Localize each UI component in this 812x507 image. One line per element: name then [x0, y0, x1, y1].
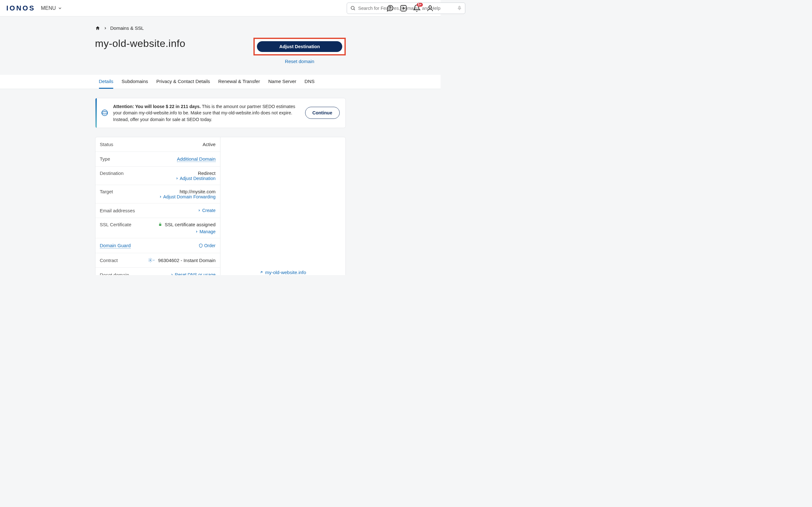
- tabs-bar: Details Subdomains Privacy & Contact Det…: [0, 75, 441, 89]
- notice-text: Attention: You will loose $ 22 in 211 da…: [113, 103, 300, 123]
- highlight-annotation: Adjust Destination: [253, 38, 345, 55]
- label-type: Type: [100, 156, 110, 162]
- notification-badge: 5+: [417, 3, 423, 7]
- row-reset: Reset domain Reset DNS or usage: [96, 268, 220, 275]
- adjust-destination-link[interactable]: Adjust Destination: [175, 176, 216, 181]
- menu-label: MENU: [41, 5, 56, 11]
- value-target: http://mysite.com: [159, 189, 216, 194]
- value-contract: 96304602 - Instant Domain: [158, 258, 216, 263]
- add-icon[interactable]: [399, 4, 408, 12]
- notice-bold: Attention: You will loose $ 22 in 211 da…: [113, 104, 201, 109]
- breadcrumb-domains[interactable]: Domains & SSL: [110, 25, 144, 31]
- create-email-link[interactable]: Create: [198, 208, 215, 213]
- row-type: Type Additional Domain: [96, 152, 220, 167]
- lock-icon: [158, 222, 162, 227]
- chevron-right-icon: [195, 230, 198, 233]
- tab-privacy[interactable]: Privacy & Contact Details: [156, 75, 210, 89]
- info-sphere-icon: [101, 109, 108, 116]
- chevron-down-icon: [58, 6, 62, 10]
- label-target: Target: [100, 189, 113, 194]
- row-contract: Contract 96304602 - Instant Domain: [96, 253, 220, 268]
- external-domain-link[interactable]: my-old-website.info: [259, 270, 306, 275]
- value-ssl: SSL certificate assigned: [165, 222, 215, 227]
- tab-subdomains[interactable]: Subdomains: [121, 75, 148, 89]
- domain-guard-link[interactable]: Domain Guard: [100, 243, 131, 248]
- value-destination: Redirect: [175, 170, 216, 176]
- svg-point-11: [101, 112, 107, 114]
- chevron-right-icon: [175, 177, 179, 180]
- search-icon: [350, 5, 356, 11]
- svg-line-1: [354, 9, 355, 10]
- row-status: Status Active: [96, 137, 220, 152]
- tab-details[interactable]: Details: [99, 75, 113, 89]
- svg-point-0: [351, 6, 354, 9]
- label-status: Status: [100, 142, 113, 147]
- shield-icon: [199, 243, 203, 248]
- chevron-right-icon: [198, 209, 201, 212]
- tab-renewal[interactable]: Renewal & Transfer: [218, 75, 260, 89]
- adjust-forwarding-link[interactable]: Adjust Domain Forwarding: [159, 194, 216, 199]
- help-icon[interactable]: [386, 4, 394, 12]
- reset-dns-link[interactable]: Reset DNS or usage: [170, 272, 215, 275]
- chevron-right-icon: [170, 273, 173, 275]
- row-email: Email addresses Create: [96, 204, 220, 218]
- row-destination: Destination Redirect Adjust Destination: [96, 167, 220, 185]
- label-email: Email addresses: [100, 208, 135, 213]
- attention-notice: Attention: You will loose $ 22 in 211 da…: [95, 98, 346, 128]
- account-icon[interactable]: [426, 4, 434, 12]
- topbar: IONOS MENU 5+: [0, 0, 441, 16]
- row-guard: Domain Guard Order: [96, 238, 220, 253]
- external-link-icon: [259, 270, 263, 274]
- svg-rect-12: [159, 224, 161, 226]
- row-target: Target http://mysite.com Adjust Domain F…: [96, 185, 220, 204]
- row-ssl: SSL Certificate SSL certificate assigned…: [96, 218, 220, 238]
- logo: IONOS: [6, 4, 35, 12]
- value-type-link[interactable]: Additional Domain: [177, 156, 216, 162]
- label-ssl: SSL Certificate: [100, 222, 132, 227]
- chevron-right-icon: [159, 195, 162, 199]
- continue-button[interactable]: Continue: [305, 107, 340, 119]
- svg-point-13: [150, 260, 151, 261]
- home-icon[interactable]: [95, 26, 100, 31]
- side-panel: my-old-website.info: [220, 137, 345, 275]
- reset-domain-link[interactable]: Reset domain: [285, 59, 314, 64]
- page-title: my-old-website.info: [95, 38, 186, 49]
- manage-ssl-link[interactable]: Manage: [195, 229, 216, 234]
- breadcrumb: Domains & SSL: [95, 25, 346, 31]
- tab-dns[interactable]: DNS: [305, 75, 315, 89]
- tab-nameserver[interactable]: Name Server: [268, 75, 296, 89]
- value-status: Active: [203, 142, 216, 147]
- svg-point-10: [101, 110, 107, 116]
- svg-point-9: [429, 6, 432, 8]
- order-guard-link[interactable]: Order: [199, 243, 216, 248]
- label-destination: Destination: [100, 170, 124, 176]
- svg-point-5: [390, 9, 390, 9]
- notifications-icon[interactable]: 5+: [413, 4, 421, 12]
- gear-icon[interactable]: [148, 258, 155, 262]
- details-card: Status Active Type Additional Domain Des…: [95, 137, 346, 275]
- chevron-right-icon: [103, 26, 107, 30]
- adjust-destination-button[interactable]: Adjust Destination: [257, 41, 342, 52]
- label-contract: Contract: [100, 258, 118, 263]
- menu-button[interactable]: MENU: [41, 5, 62, 11]
- label-reset: Reset domain: [100, 272, 130, 275]
